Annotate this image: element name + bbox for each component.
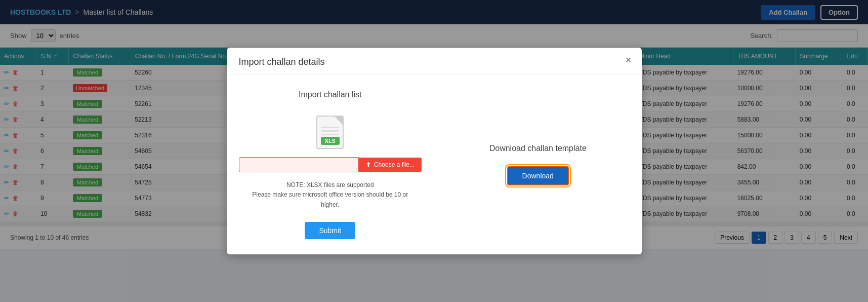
modal-download-section: Download challan template Download <box>434 75 642 249</box>
file-upload-row: ⬆ Choose a file... <box>239 157 422 172</box>
file-lines <box>321 127 339 135</box>
note-text: NOTE: XLSX files are supported Please ma… <box>252 180 408 210</box>
file-line <box>321 127 339 128</box>
note-line-1: NOTE: XLSX files are supported <box>252 180 408 190</box>
file-line <box>321 130 339 132</box>
modal-body: Import challan list XLS <box>227 75 642 249</box>
choose-file-label: Choose a file... <box>374 161 415 168</box>
xls-icon-corner <box>335 117 343 125</box>
file-path-input[interactable] <box>239 157 359 172</box>
download-button[interactable]: Download <box>507 166 569 185</box>
download-section-title: Download challan template <box>489 144 587 153</box>
xls-badge: XLS <box>321 137 340 145</box>
modal-overlay: Import challan details × Import challan … <box>0 0 868 249</box>
note-line-3: higher. <box>252 200 408 210</box>
modal-close-button[interactable]: × <box>626 55 632 65</box>
xls-file-icon: XLS <box>315 112 345 149</box>
modal-header: Import challan details × <box>227 48 642 75</box>
choose-file-button[interactable]: ⬆ Choose a file... <box>359 158 422 172</box>
xls-icon-body: XLS <box>316 116 344 149</box>
upload-icon: ⬆ <box>366 161 371 168</box>
modal-import-section: Import challan list XLS <box>227 75 435 249</box>
import-section-title: Import challan list <box>299 90 362 99</box>
note-line-2: Please make sure microsoft office versio… <box>252 190 408 200</box>
submit-button[interactable]: Submit <box>305 222 355 239</box>
import-modal: Import challan details × Import challan … <box>227 48 642 249</box>
file-line <box>321 134 339 135</box>
modal-title: Import challan details <box>239 57 325 67</box>
